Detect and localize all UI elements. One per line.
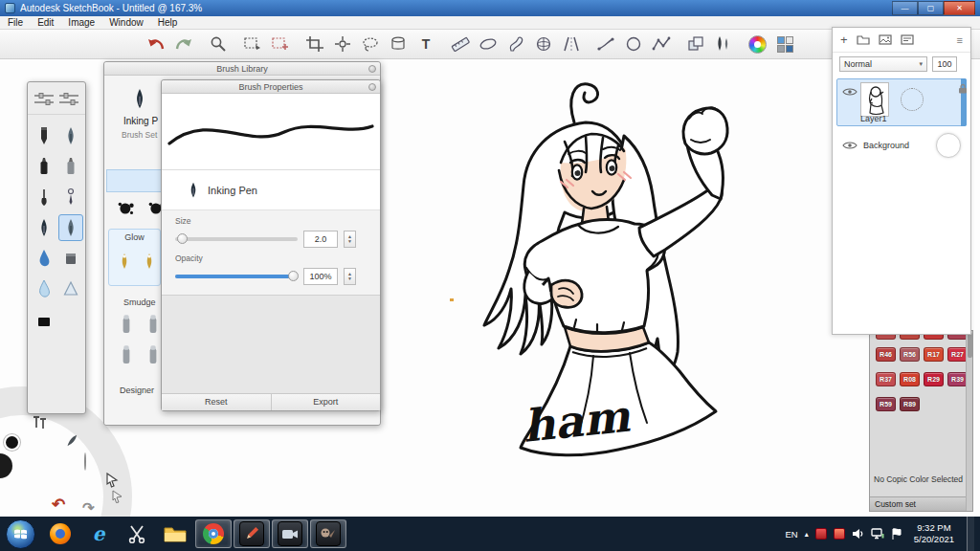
brush-slot-ink-pen-dark[interactable] bbox=[32, 214, 56, 241]
library-splatter-brush-icon[interactable] bbox=[116, 198, 137, 223]
copy-merge-icon[interactable] bbox=[681, 32, 709, 56]
text-tool-icon[interactable]: T bbox=[412, 32, 439, 56]
layer-row-layer1[interactable]: Layer1 bbox=[836, 78, 967, 126]
ellipse-guide-icon[interactable] bbox=[474, 32, 501, 56]
taskbar-firefox-icon[interactable] bbox=[42, 519, 78, 548]
smudge-brush-icon[interactable] bbox=[118, 343, 135, 372]
copic-swatch[interactable]: R89 bbox=[900, 397, 920, 411]
lagoon-pointer-icon[interactable] bbox=[111, 490, 124, 507]
copic-swatch[interactable]: R46 bbox=[876, 347, 896, 362]
tray-action-center-flag-icon[interactable] bbox=[891, 528, 902, 540]
taskbar-chrome-icon[interactable] bbox=[195, 519, 232, 548]
ruler-icon[interactable] bbox=[446, 32, 474, 56]
glow-brush-icon[interactable] bbox=[117, 251, 132, 272]
background-color-circle[interactable] bbox=[936, 133, 961, 158]
reset-button[interactable]: Reset bbox=[162, 394, 272, 410]
minimize-button[interactable]: — bbox=[892, 1, 918, 15]
menu-window[interactable]: Window bbox=[109, 17, 144, 28]
export-button[interactable]: Export bbox=[272, 394, 381, 410]
symmetry-icon[interactable] bbox=[557, 32, 585, 56]
lagoon-transform-icon[interactable] bbox=[31, 415, 48, 434]
size-value[interactable]: 2.0 bbox=[303, 231, 338, 248]
add-layer-button[interactable]: + bbox=[840, 33, 848, 47]
color-wheel-icon[interactable] bbox=[744, 32, 771, 56]
lagoon-cursor-icon[interactable] bbox=[105, 473, 121, 492]
smudge-brush-icon[interactable] bbox=[145, 313, 162, 342]
tray-network-icon[interactable] bbox=[871, 528, 884, 540]
tray-volume-icon[interactable] bbox=[852, 528, 864, 540]
line-tool-icon[interactable] bbox=[591, 32, 619, 56]
slider-icon[interactable] bbox=[33, 92, 55, 105]
menu-file[interactable]: File bbox=[8, 17, 23, 28]
menu-image[interactable]: Image bbox=[68, 17, 95, 28]
taskbar-camera-icon[interactable] bbox=[272, 519, 308, 548]
size-stepper[interactable]: ▲▼ bbox=[344, 231, 356, 248]
layer1-visibility-eye-icon[interactable] bbox=[842, 87, 858, 97]
opacity-slider[interactable] bbox=[175, 275, 298, 278]
select-rect-icon[interactable] bbox=[238, 32, 266, 56]
import-image-button[interactable] bbox=[879, 32, 892, 49]
undo-icon[interactable] bbox=[142, 32, 169, 56]
copic-swatch[interactable]: R59 bbox=[876, 397, 896, 411]
brush-properties-titlebar[interactable]: Brush Properties bbox=[162, 80, 380, 94]
library-selected-row[interactable] bbox=[106, 169, 162, 192]
lagoon-brush-icon[interactable] bbox=[63, 432, 80, 453]
tray-app-red-icon[interactable] bbox=[815, 528, 827, 540]
slider-icon[interactable] bbox=[58, 92, 79, 105]
glow-brush-icon[interactable] bbox=[142, 251, 157, 272]
brush-slot-paintbrush[interactable] bbox=[32, 184, 56, 210]
language-indicator[interactable]: EN bbox=[786, 529, 798, 540]
distort-icon[interactable] bbox=[384, 32, 412, 56]
brush-slot-marker-gray[interactable] bbox=[58, 153, 83, 180]
brush-slot-water-drop[interactable] bbox=[32, 245, 56, 272]
transform-icon[interactable] bbox=[328, 32, 356, 56]
maximize-button[interactable]: ▢ bbox=[918, 1, 944, 15]
brush-slot-pencil[interactable] bbox=[32, 122, 56, 149]
opacity-slider-knob[interactable] bbox=[288, 271, 299, 281]
circle-tool-icon[interactable] bbox=[619, 32, 647, 56]
french-curve-icon[interactable] bbox=[501, 32, 529, 56]
brush-slot-chisel[interactable] bbox=[32, 308, 56, 335]
menu-edit[interactable]: Edit bbox=[37, 17, 54, 28]
opacity-stepper[interactable]: ▲▼ bbox=[344, 268, 356, 285]
brush-slot-light-drop[interactable] bbox=[32, 276, 56, 302]
taskbar-explorer-folder-icon[interactable] bbox=[157, 519, 193, 548]
library-glow-section[interactable]: Glow bbox=[108, 229, 161, 286]
layer-folder-button[interactable] bbox=[857, 32, 870, 49]
lagoon-undo-icon[interactable]: ↶ bbox=[52, 495, 65, 515]
tray-clock[interactable]: 9:32 PM 5/20/2021 bbox=[908, 522, 960, 545]
copic-swatch[interactable]: R56 bbox=[900, 347, 920, 362]
copic-swatch[interactable]: R08 bbox=[900, 372, 920, 386]
crop-icon[interactable] bbox=[301, 32, 328, 56]
tray-expand-icon[interactable]: ▴ bbox=[805, 530, 809, 539]
close-button[interactable]: ✕ bbox=[944, 1, 975, 15]
taskbar-gimp-icon[interactable] bbox=[310, 519, 346, 548]
copic-swatch[interactable]: R39 bbox=[947, 372, 968, 386]
layer-opacity-input[interactable]: 100 bbox=[932, 56, 957, 72]
polyline-tool-icon[interactable] bbox=[647, 32, 675, 56]
lagoon-redo-icon[interactable]: ↷ bbox=[82, 499, 95, 517]
brush-set-icon[interactable] bbox=[709, 32, 737, 56]
layer-row-background[interactable]: Background bbox=[836, 129, 967, 162]
background-visibility-eye-icon[interactable] bbox=[842, 141, 858, 150]
size-slider-knob[interactable] bbox=[177, 233, 188, 244]
brush-properties-close-icon[interactable] bbox=[368, 83, 376, 91]
layer-lock-icon[interactable] bbox=[958, 83, 968, 94]
brush-library-titlebar[interactable]: Brush Library bbox=[104, 62, 380, 76]
copic-custom-set-bar[interactable]: Custom set bbox=[870, 496, 966, 511]
copic-swatch[interactable]: R29 bbox=[924, 372, 944, 386]
perspective-icon[interactable] bbox=[529, 32, 557, 56]
lasso-icon[interactable] bbox=[356, 32, 384, 56]
taskbar-snipping-tool-icon[interactable] bbox=[119, 519, 155, 548]
menu-help[interactable]: Help bbox=[158, 17, 178, 28]
brush-slot-inking-pen-selected[interactable] bbox=[58, 214, 83, 241]
start-button[interactable] bbox=[6, 519, 35, 549]
opacity-value[interactable]: 100% bbox=[303, 268, 338, 285]
brush-slot-pen[interactable] bbox=[58, 122, 83, 149]
blend-mode-select[interactable]: Normal ▾ bbox=[839, 56, 927, 72]
copic-scrollbar[interactable] bbox=[966, 331, 972, 511]
taskbar-sketchbook-icon[interactable] bbox=[234, 519, 270, 548]
lagoon-black-dot[interactable] bbox=[6, 436, 18, 449]
brush-library-close-icon[interactable] bbox=[368, 65, 376, 73]
smudge-brush-icon[interactable] bbox=[118, 313, 135, 342]
